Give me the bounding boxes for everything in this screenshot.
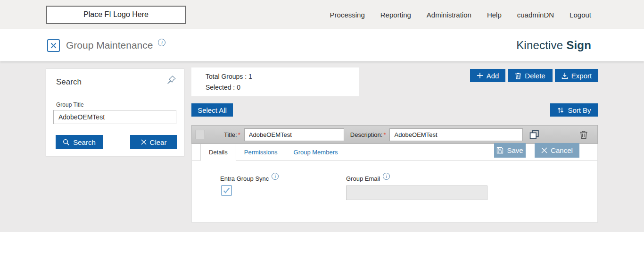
copy-icon (529, 129, 540, 140)
save-floppy-icon (496, 147, 504, 154)
group-email-input (346, 185, 487, 200)
brand-second: Sign (566, 39, 591, 51)
total-groups-text: Total Groups : 1 (206, 73, 359, 80)
cancel-x-icon (541, 147, 547, 153)
search-button-label: Search (73, 138, 96, 146)
export-button-label: Export (571, 72, 592, 80)
description-input[interactable] (389, 128, 523, 141)
page-title-info-icon[interactable]: i (158, 39, 165, 46)
title-required-marker: * (238, 131, 240, 138)
search-panel: Search Group Title Search Clear (46, 68, 184, 156)
plus-icon (477, 72, 483, 79)
nav-logout[interactable]: Logout (570, 11, 591, 19)
export-button[interactable]: Export (555, 69, 598, 82)
selected-count-text: Selected : 0 (206, 84, 359, 91)
summary-box: Total Groups : 1 Selected : 0 (191, 67, 359, 96)
tab-details[interactable]: Details (200, 144, 236, 161)
entra-info-icon[interactable]: i (272, 173, 279, 180)
cancel-button[interactable]: Cancel (535, 143, 579, 158)
group-row: Title: * Description: * (191, 125, 598, 144)
tab-group-members[interactable]: Group Members (286, 144, 346, 160)
title-label: Title: (224, 131, 237, 138)
entra-group-sync-checkbox[interactable] (221, 185, 232, 196)
top-bar: Place FI Logo Here Processing Reporting … (0, 0, 644, 29)
search-button[interactable]: Search (56, 135, 103, 149)
top-nav: Processing Reporting Administration Help… (330, 11, 591, 19)
delete-group-row-button[interactable] (579, 130, 588, 139)
group-title-label: Group Title (56, 101, 84, 108)
sort-arrows-icon (557, 107, 564, 114)
delete-button[interactable]: Delete (508, 69, 553, 82)
brand-first: Kinective (516, 39, 563, 51)
entra-group-sync-field: Entra Group Sync i (220, 175, 279, 182)
page-title: Group Maintenance (66, 40, 153, 51)
entra-group-sync-label: Entra Group Sync (220, 175, 269, 182)
group-email-label: Group Email (346, 175, 380, 182)
add-button-label: Add (487, 72, 499, 80)
fi-logo-placeholder: Place FI Logo Here (46, 6, 186, 24)
delete-button-label: Delete (525, 72, 545, 80)
description-label: Description: (350, 131, 383, 138)
app-header: Group Maintenance i Kinective Sign (0, 29, 644, 61)
group-maintenance-icon (47, 39, 60, 52)
checkmark-icon (223, 187, 230, 194)
trash-icon (579, 130, 588, 139)
nav-reporting[interactable]: Reporting (380, 11, 411, 19)
search-icon (63, 139, 70, 146)
signature-x-icon (50, 42, 57, 49)
pin-icon[interactable] (167, 75, 176, 86)
sort-by-label: Sort By (568, 106, 591, 114)
clear-button-label: Clear (150, 138, 167, 146)
main-content: Search Group Title Search Clear Total Gr… (0, 61, 644, 278)
group-row-checkbox[interactable] (196, 130, 205, 139)
tab-permissions[interactable]: Permissions (236, 144, 286, 160)
select-all-button[interactable]: Select All (191, 103, 233, 117)
brand-logo: Kinective Sign (516, 39, 591, 52)
download-icon (561, 72, 568, 79)
clear-button[interactable]: Clear (130, 135, 177, 149)
title-input[interactable] (244, 128, 344, 141)
clear-x-icon (141, 139, 147, 145)
description-required-marker: * (383, 131, 386, 138)
nav-user-cuadmindn[interactable]: cuadminDN (517, 11, 554, 19)
nav-help[interactable]: Help (487, 11, 502, 19)
trash-icon (515, 72, 521, 79)
group-email-field: Group Email i (346, 175, 390, 182)
group-title-input[interactable] (53, 110, 176, 124)
nav-processing[interactable]: Processing (330, 11, 365, 19)
save-button-label: Save (507, 146, 523, 154)
add-button[interactable]: Add (470, 69, 505, 82)
select-all-label: Select All (198, 106, 227, 114)
nav-administration[interactable]: Administration (427, 11, 471, 19)
search-panel-title: Search (56, 77, 82, 87)
save-button[interactable]: Save (494, 143, 526, 158)
group-email-info-icon[interactable]: i (383, 173, 390, 180)
copy-group-button[interactable] (529, 129, 540, 140)
fi-logo-text: Place FI Logo Here (83, 10, 149, 19)
sort-by-button[interactable]: Sort By (550, 103, 598, 117)
cancel-button-label: Cancel (551, 146, 573, 154)
